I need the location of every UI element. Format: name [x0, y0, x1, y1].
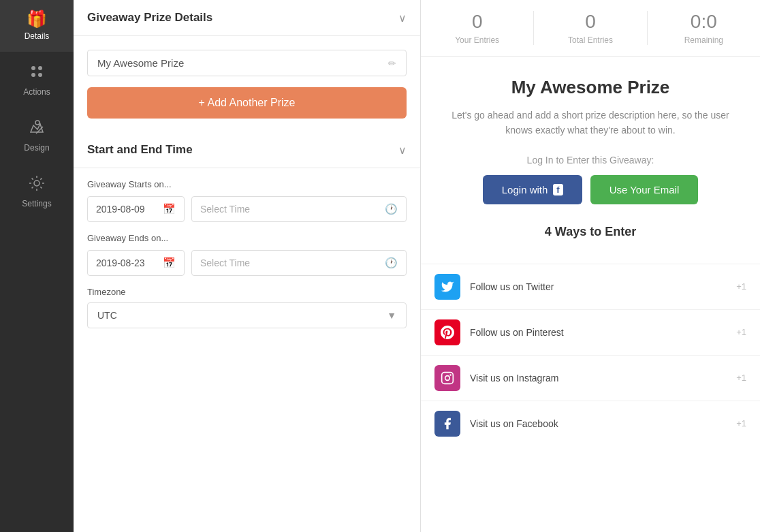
start-date-input-wrap: 📅: [87, 196, 185, 222]
svg-point-8: [445, 375, 450, 380]
instagram-icon: [434, 365, 460, 391]
login-facebook-button[interactable]: Login with f: [483, 175, 582, 204]
facebook-entry-icon: [434, 411, 460, 437]
svg-rect-7: [442, 372, 454, 384]
prize-section-header[interactable]: Giveaway Prize Details ∨: [74, 0, 420, 36]
add-prize-button[interactable]: + Add Another Prize: [87, 87, 407, 119]
start-date-input[interactable]: [96, 204, 157, 215]
btn-facebook-label: Login with: [502, 184, 548, 195]
total-entries-label: Total Entries: [568, 35, 613, 45]
stat-your-entries: 0 Your Entries: [421, 11, 533, 45]
time-chevron-icon: ∨: [398, 144, 407, 157]
sidebar-item-settings-label: Settings: [22, 199, 51, 208]
sidebar-item-design[interactable]: Design: [0, 108, 74, 163]
stats-bar: 0 Your Entries 0 Total Entries 0:0 Remai…: [421, 0, 760, 57]
entry-item-instagram[interactable]: Visit us on Instagram +1: [421, 355, 760, 401]
instagram-points: +1: [736, 373, 746, 383]
ways-to-enter-title: 4 Ways to Enter: [448, 225, 733, 239]
timezone-label: Timezone: [87, 287, 407, 297]
entry-item-twitter[interactable]: Follow us on Twitter +1: [421, 264, 760, 309]
timezone-select[interactable]: UTC ▼: [87, 302, 407, 328]
settings-icon: [28, 174, 46, 195]
login-prompt: Log In to Enter this Giveaway:: [448, 155, 733, 166]
svg-point-0: [31, 66, 35, 70]
prize-name-input[interactable]: [97, 57, 388, 69]
login-email-button[interactable]: Use Your Email: [590, 175, 699, 204]
prize-section-title: Giveaway Prize Details: [87, 11, 212, 25]
svg-point-1: [38, 66, 42, 70]
time-section-title: Start and End Time: [87, 143, 193, 157]
remaining-value: 0:0: [691, 11, 717, 33]
end-time-select[interactable]: Select Time 🕐: [191, 250, 407, 276]
prize-chevron-icon: ∨: [398, 12, 407, 25]
sidebar-item-details-label: Details: [25, 31, 50, 41]
total-entries-value: 0: [585, 11, 596, 33]
start-time-placeholder: Select Time: [200, 204, 250, 215]
login-buttons: Login with f Use Your Email: [448, 175, 733, 204]
end-label: Giveaway Ends on...: [87, 233, 407, 243]
entry-item-facebook[interactable]: Visit us on Facebook +1: [421, 401, 760, 446]
facebook-label: Visit us on Facebook: [470, 418, 727, 429]
right-panel: 0 Your Entries 0 Total Entries 0:0 Remai…: [421, 0, 760, 532]
svg-point-9: [449, 374, 452, 376]
end-time-placeholder: Select Time: [200, 257, 250, 268]
preview-title: My Awesome Prize: [448, 77, 733, 98]
preview-description: Let's go ahead and add a short prize des…: [448, 108, 733, 138]
time-section-header[interactable]: Start and End Time ∨: [74, 132, 420, 168]
sidebar-item-details[interactable]: 🎁 Details: [0, 0, 74, 52]
twitter-points: +1: [736, 281, 746, 292]
pinterest-icon: [434, 319, 460, 345]
edit-icon[interactable]: ✏: [388, 58, 396, 69]
start-label: Giveaway Starts on...: [87, 179, 407, 189]
your-entries-label: Your Entries: [455, 35, 499, 45]
instagram-label: Visit us on Instagram: [470, 373, 727, 384]
sidebar-item-design-label: Design: [24, 143, 49, 153]
start-calendar-icon[interactable]: 📅: [163, 203, 176, 215]
svg-point-3: [38, 73, 42, 77]
pinterest-label: Follow us on Pinterest: [470, 327, 727, 338]
design-icon: [28, 119, 46, 139]
left-panel: Giveaway Prize Details ∨ ✏ + Add Another…: [74, 0, 421, 532]
pinterest-points: +1: [736, 327, 746, 337]
end-date-row: 📅 Select Time 🕐: [87, 250, 407, 276]
timezone-wrap: Timezone UTC ▼: [87, 287, 407, 328]
start-time-select[interactable]: Select Time 🕐: [191, 196, 407, 222]
stat-remaining: 0:0 Remaining: [647, 11, 760, 45]
start-clock-icon: 🕐: [385, 203, 398, 215]
end-date-input[interactable]: [96, 257, 157, 268]
gift-icon: 🎁: [27, 11, 47, 27]
svg-point-6: [34, 181, 39, 186]
time-section: Giveaway Starts on... 📅 Select Time 🕐 Gi…: [74, 168, 420, 339]
start-date-row: 📅 Select Time 🕐: [87, 196, 407, 222]
prize-name-area: ✏: [74, 36, 420, 87]
twitter-icon: [434, 274, 460, 300]
sidebar-item-actions-label: Actions: [23, 87, 50, 97]
your-entries-value: 0: [472, 11, 483, 33]
sidebar-item-actions[interactable]: Actions: [0, 52, 74, 108]
svg-point-4: [35, 121, 39, 125]
entry-item-pinterest[interactable]: Follow us on Pinterest +1: [421, 309, 760, 355]
facebook-icon: f: [553, 184, 563, 195]
timezone-value: UTC: [97, 310, 117, 321]
svg-point-2: [31, 73, 35, 77]
sidebar: 🎁 Details Actions Design: [0, 0, 74, 532]
twitter-label: Follow us on Twitter: [470, 281, 727, 292]
end-clock-icon: 🕐: [385, 257, 398, 269]
remaining-label: Remaining: [684, 35, 723, 45]
end-calendar-icon[interactable]: 📅: [163, 257, 176, 269]
sidebar-item-settings[interactable]: Settings: [0, 163, 74, 219]
timezone-chevron-icon: ▼: [387, 310, 396, 321]
stat-total-entries: 0 Total Entries: [533, 11, 646, 45]
facebook-points: +1: [736, 418, 746, 428]
main-content: Giveaway Prize Details ∨ ✏ + Add Another…: [74, 0, 760, 532]
prize-input-row: ✏: [87, 50, 407, 76]
end-date-input-wrap: 📅: [87, 250, 185, 276]
actions-icon: [28, 63, 46, 83]
prize-preview: My Awesome Prize Let's go ahead and add …: [421, 57, 760, 264]
